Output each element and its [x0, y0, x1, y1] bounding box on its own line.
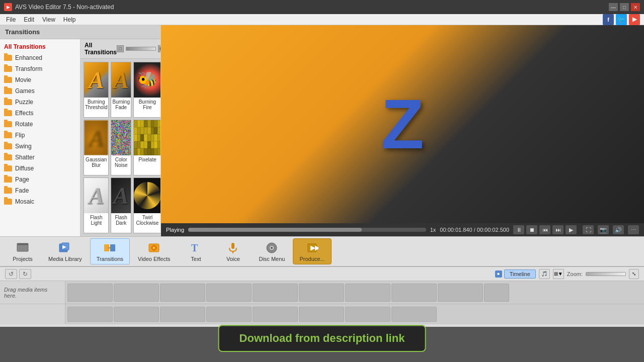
sidebar-item-swing[interactable]: Swing — [0, 141, 80, 152]
transition-flash-dark[interactable]: A Flash Dark — [111, 177, 131, 233]
sidebar-item-label: Rotate — [15, 121, 33, 128]
transition-burning-fade[interactable]: A Burning Fade — [111, 62, 131, 118]
track-cell — [345, 307, 390, 322]
video-effects-button[interactable]: Video Effects — [132, 239, 176, 264]
progress-bar[interactable] — [188, 228, 426, 232]
twirl-circle — [134, 182, 160, 209]
prev-button[interactable]: ⏮ — [539, 225, 550, 234]
grid-small-btn[interactable]: □ — [117, 45, 124, 52]
menu-edit[interactable]: Edit — [20, 15, 38, 24]
sidebar-item-effects[interactable]: Effects — [0, 108, 80, 119]
transition-color-noise[interactable]: Color Noise — [111, 120, 131, 175]
track-row-1: Drag media items here. — [0, 281, 644, 304]
sidebar-item-rotate[interactable]: Rotate — [0, 119, 80, 130]
toolbar: Projects ▶ Media Library Transitions Vid… — [0, 236, 644, 266]
zoom-slider[interactable] — [126, 47, 156, 51]
transitions-grid: A Burning Threshold A — [80, 59, 160, 236]
transition-twirl-clockwise[interactable]: Twirl Clockwise — [133, 177, 160, 233]
folder-icon — [4, 165, 12, 171]
undo-button[interactable]: ↺ — [5, 269, 17, 279]
sidebar-item-mosaic[interactable]: Mosaic — [0, 196, 80, 207]
menu-file[interactable]: File — [2, 15, 20, 24]
transition-burning-fire[interactable]: 🐝 Burning Fire — [133, 62, 160, 118]
folder-icon — [4, 110, 12, 116]
voice-label: Voice — [226, 256, 240, 262]
thumb-bg: A — [111, 178, 130, 213]
menu-help[interactable]: Help — [59, 15, 80, 24]
youtube-icon[interactable]: ▶ — [629, 14, 640, 25]
menu-bar: File Edit View Help f 🐦 ▶ — [0, 14, 644, 25]
transition-thumb: A — [111, 178, 130, 213]
facebook-icon[interactable]: f — [603, 14, 614, 25]
sidebar-item-diffuse[interactable]: Diffuse — [0, 163, 80, 174]
maximize-button[interactable]: □ — [620, 3, 629, 11]
disc-menu-button[interactable]: Disc Menu — [253, 239, 291, 264]
sidebar-item-label: Transform — [15, 65, 42, 72]
next-button[interactable]: ⏭ — [552, 225, 564, 234]
play-button[interactable]: ▶ — [566, 225, 577, 234]
transition-flash-light[interactable]: A Flash Light — [84, 177, 109, 233]
track-cells-2 — [65, 304, 644, 324]
volume-button[interactable]: 🔊 — [613, 225, 624, 234]
folder-icon — [4, 132, 12, 138]
transition-label: Flash Light — [84, 213, 108, 227]
snapshot-button[interactable]: 📷 — [598, 225, 609, 234]
sidebar-item-all-transitions[interactable]: All Transitions — [0, 41, 80, 52]
sidebar-item-puzzle[interactable]: Puzzle — [0, 97, 80, 108]
minimize-button[interactable]: — — [609, 3, 618, 11]
sidebar-list: All Transitions Enhanced Transform Movie — [0, 39, 80, 236]
thumb-letter: A — [89, 67, 104, 94]
sidebar-item-games[interactable]: Games — [0, 85, 80, 97]
track-cell — [253, 284, 298, 302]
sidebar-item-label: Games — [15, 87, 35, 95]
thumb-bg: A — [84, 62, 108, 98]
projects-button[interactable]: Projects — [5, 239, 40, 264]
sidebar-item-movie[interactable]: Movie — [0, 74, 80, 85]
track-cell — [391, 307, 437, 322]
transition-label: Burning Threshold — [84, 98, 108, 112]
twitter-icon[interactable]: 🐦 — [616, 14, 627, 25]
sidebar-item-transform[interactable]: Transform — [0, 63, 80, 74]
folder-icon — [4, 154, 12, 160]
sidebar-item-enhanced[interactable]: Enhanced — [0, 52, 80, 63]
menu-view[interactable]: View — [38, 15, 59, 24]
audio-btn[interactable]: 🎵 — [539, 269, 550, 279]
preview-controls: Playing 1x 00:00:01.840 / 00:00:02.500 ⏸… — [161, 223, 644, 236]
view-options-button[interactable]: ⊞▼ — [553, 269, 564, 279]
transition-thumb: A — [111, 62, 130, 98]
settings-button[interactable]: ⋯ — [628, 225, 639, 234]
transition-thumb: A — [84, 120, 108, 155]
sidebar-item-shatter[interactable]: Shatter — [0, 152, 80, 163]
grid-large-btn[interactable]: ⊞ — [158, 45, 160, 52]
preview-letter-z: Z — [381, 83, 424, 165]
timeline-view-button[interactable]: Timeline — [504, 269, 536, 279]
video-effects-icon — [147, 241, 161, 255]
pause-button[interactable]: ⏸ — [513, 225, 524, 234]
transition-burning-threshold[interactable]: A Burning Threshold — [84, 62, 109, 118]
transition-gaussian-blur[interactable]: A Gaussian Blur — [84, 120, 109, 175]
text-button[interactable]: T Text — [178, 239, 213, 264]
close-button[interactable]: ✕ — [631, 3, 640, 11]
redo-button[interactable]: ↻ — [19, 269, 31, 279]
zoom-slider[interactable] — [586, 272, 626, 276]
playing-label: Playing — [166, 227, 184, 233]
expand-button[interactable]: ⤡ — [629, 269, 639, 279]
sidebar-item-label: Mosaic — [15, 198, 34, 205]
voice-button[interactable]: Voice — [215, 239, 251, 264]
sidebar-item-flip[interactable]: Flip — [0, 130, 80, 141]
folder-icon — [4, 99, 12, 105]
stop-button[interactable]: ⏹ — [526, 225, 537, 234]
media-library-button[interactable]: ▶ Media Library — [42, 239, 88, 264]
fullscreen-button[interactable]: ⛶ — [583, 225, 594, 234]
produce-button[interactable]: ▶▶ Produce... — [293, 238, 331, 264]
progress-bar-fill — [188, 228, 362, 232]
thumb-letter: A — [113, 67, 129, 94]
folder-icon — [4, 88, 12, 94]
sidebar-item-label: Fade — [15, 187, 29, 194]
transition-pixelate[interactable]: Pixelate — [133, 120, 160, 175]
svg-text:▶▶: ▶▶ — [310, 244, 318, 251]
sidebar-item-page[interactable]: Page — [0, 174, 80, 185]
folder-icon — [4, 66, 12, 72]
transitions-button[interactable]: Transitions — [90, 238, 130, 264]
sidebar-item-fade[interactable]: Fade — [0, 185, 80, 196]
